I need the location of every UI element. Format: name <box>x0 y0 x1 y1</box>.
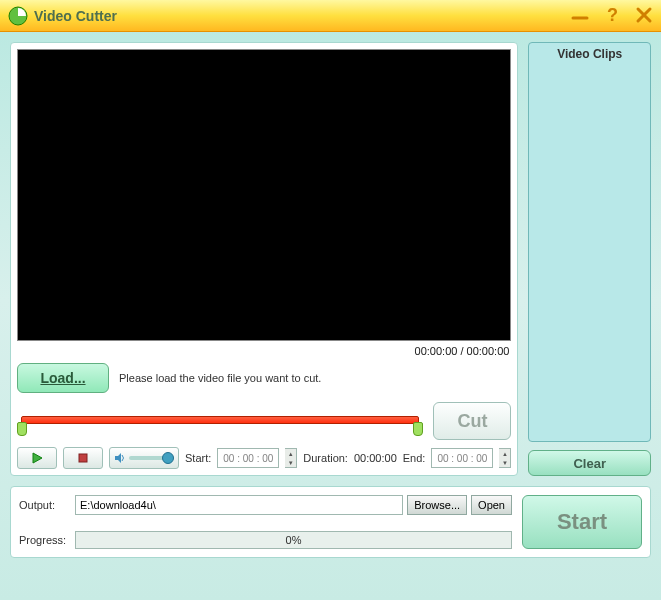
svg-text:?: ? <box>607 6 618 24</box>
svg-marker-5 <box>33 453 42 463</box>
browse-button[interactable]: Browse... <box>407 495 467 515</box>
volume-control[interactable] <box>109 447 179 469</box>
start-button[interactable]: Start <box>522 495 642 549</box>
end-time-input[interactable] <box>431 448 493 468</box>
progress-bar: 0% <box>75 531 512 549</box>
svg-rect-6 <box>79 454 87 462</box>
slider-track <box>21 416 419 424</box>
open-button[interactable]: Open <box>471 495 512 515</box>
svg-marker-7 <box>115 453 121 463</box>
end-label: End: <box>403 452 426 464</box>
stop-button[interactable] <box>63 447 103 469</box>
trim-slider[interactable] <box>17 408 423 434</box>
duration-label: Duration: <box>303 452 348 464</box>
timestamp-display: 00:00:00 / 00:00:00 <box>17 341 511 361</box>
app-title: Video Cutter <box>34 8 571 24</box>
volume-thumb[interactable] <box>162 452 174 464</box>
duration-value: 00:00:00 <box>354 452 397 464</box>
play-button[interactable] <box>17 447 57 469</box>
titlebar: Video Cutter ? <box>0 0 661 32</box>
cut-button[interactable]: Cut <box>433 402 511 440</box>
app-logo-icon <box>8 6 28 26</box>
help-icon[interactable]: ? <box>603 6 621 26</box>
volume-icon <box>114 452 126 464</box>
output-path-input[interactable] <box>75 495 403 515</box>
clips-title: Video Clips <box>533 47 646 61</box>
close-icon[interactable] <box>635 6 653 26</box>
start-label: Start: <box>185 452 211 464</box>
start-time-input[interactable] <box>217 448 279 468</box>
video-preview <box>17 49 511 341</box>
clear-button[interactable]: Clear <box>528 450 651 476</box>
progress-text: 0% <box>286 534 302 546</box>
output-label: Output: <box>19 499 71 511</box>
minimize-icon[interactable] <box>571 6 589 26</box>
slider-handle-end[interactable] <box>413 422 423 436</box>
slider-handle-start[interactable] <box>17 422 27 436</box>
preview-panel: 00:00:00 / 00:00:00 Load... Please load … <box>10 42 518 476</box>
load-button[interactable]: Load... <box>17 363 109 393</box>
clips-panel: Video Clips <box>528 42 651 442</box>
total-time: 00:00:00 <box>467 345 510 357</box>
end-spinner[interactable]: ▲▼ <box>499 448 511 468</box>
current-time: 00:00:00 <box>415 345 458 357</box>
load-hint: Please load the video file you want to c… <box>119 372 321 384</box>
start-spinner[interactable]: ▲▼ <box>285 448 297 468</box>
progress-label: Progress: <box>19 534 71 546</box>
bottom-panel: Output: Browse... Open Progress: 0% Star… <box>10 486 651 558</box>
